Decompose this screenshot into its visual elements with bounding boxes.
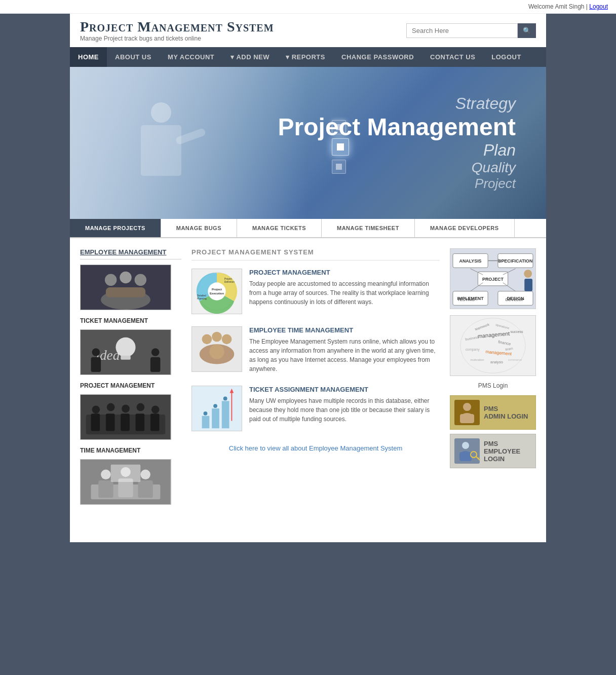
employee-login-box[interactable]: PMS EMPLOYEE LOGIN bbox=[450, 434, 536, 468]
svg-rect-34 bbox=[98, 480, 113, 498]
svg-point-99 bbox=[463, 403, 471, 411]
svg-text:Execution: Execution bbox=[210, 292, 224, 295]
svg-point-48 bbox=[202, 334, 212, 345]
admin-login-box[interactable]: PMS ADMIN LOGIN bbox=[450, 395, 536, 430]
tab-bar: MANAGE PROJECTS MANAGE BUGS MANAGE TICKE… bbox=[70, 219, 546, 238]
tab-manage-timesheet[interactable]: MANAGE TIMESHEET bbox=[322, 219, 415, 237]
globe-img: teamwork operations success business man… bbox=[450, 315, 536, 376]
search-button[interactable]: 🔍 bbox=[518, 23, 536, 38]
svg-rect-28 bbox=[150, 414, 160, 431]
nav-change-password[interactable]: CHANGE PASSWORD bbox=[333, 47, 422, 67]
sidebar-item-team bbox=[80, 265, 181, 310]
tab-manage-tickets[interactable]: MANAGE TICKETS bbox=[237, 219, 322, 237]
admin-line2: ADMIN LOGIN bbox=[484, 413, 528, 420]
main-content: EMPLOYEE MANAGEMENT bbox=[70, 238, 546, 542]
svg-text:Project: Project bbox=[224, 278, 233, 280]
sidebar-label-project: PROJECT MANAGEMENT bbox=[80, 382, 181, 389]
nav-logout[interactable]: LOGOUT bbox=[483, 47, 529, 67]
content-title-employee-time: EMPLOYEE TIME MANAGEMENT bbox=[249, 326, 440, 334]
nav-reports[interactable]: ▾ REPORTS bbox=[278, 47, 333, 67]
content-item-project: Project Execution Project Definition Det… bbox=[191, 269, 440, 314]
site-title: Project Management System bbox=[80, 19, 274, 35]
svg-point-6 bbox=[135, 274, 146, 286]
nav-home[interactable]: HOME bbox=[70, 47, 107, 67]
svg-rect-101 bbox=[460, 414, 474, 423]
svg-point-61 bbox=[223, 396, 227, 400]
site-header: Project Management System Manage Project… bbox=[70, 14, 546, 47]
svg-rect-83 bbox=[524, 279, 532, 291]
nav-about[interactable]: ABOUT US bbox=[107, 47, 160, 67]
left-sidebar: EMPLOYEE MANAGEMENT bbox=[80, 248, 181, 532]
top-bar: Welcome Amit Singh | Logout bbox=[0, 0, 616, 14]
hero-graphic bbox=[110, 92, 212, 194]
search-area: 🔍 bbox=[406, 23, 536, 38]
nav-contact[interactable]: CONTACT US bbox=[422, 47, 483, 67]
employee-login-icon bbox=[454, 438, 480, 464]
meeting-image bbox=[80, 394, 171, 440]
content-title-project: PROJECT MANAGEMENT bbox=[249, 269, 440, 276]
content-desc-employee-time: The Employee Management System runs onli… bbox=[249, 337, 440, 373]
svg-text:motivation: motivation bbox=[471, 358, 484, 361]
sidebar-label-ticket: TICKET MANAGEMENT bbox=[80, 317, 181, 324]
svg-text:Planning: Planning bbox=[197, 297, 207, 300]
svg-text:company: company bbox=[466, 348, 480, 352]
svg-rect-0 bbox=[151, 102, 171, 123]
time-image bbox=[80, 459, 171, 505]
nav-add-new[interactable]: ▾ ADD NEW bbox=[222, 47, 278, 67]
svg-point-31 bbox=[101, 470, 111, 480]
logo-area: Project Management System Manage Project… bbox=[80, 19, 274, 42]
ticket-img bbox=[191, 386, 242, 431]
tab-manage-bugs[interactable]: MANAGE BUGS bbox=[161, 219, 237, 237]
center-title: PROJECT MANAGEMENT SYSTEM bbox=[191, 248, 440, 260]
hero-text-project: Project bbox=[278, 176, 516, 192]
svg-point-21 bbox=[137, 403, 145, 411]
svg-rect-11 bbox=[121, 356, 131, 360]
svg-rect-24 bbox=[91, 414, 100, 431]
top-logout-link[interactable]: Logout bbox=[589, 3, 608, 10]
nav-my-account[interactable]: MY ACCOUNT bbox=[160, 47, 222, 67]
content-desc-project: Today people are accustomed to accessing… bbox=[249, 279, 440, 307]
svg-rect-16 bbox=[150, 357, 161, 372]
admin-line1: PMS bbox=[484, 405, 528, 413]
team-image bbox=[80, 265, 171, 310]
analysis-img: ANALYSIS SPECIFICATION IMPLEMENT DESIGN bbox=[450, 248, 536, 309]
svg-text:ANALYSIS: ANALYSIS bbox=[459, 258, 481, 264]
svg-point-82 bbox=[524, 270, 532, 278]
hero-text-project-mgmt: Project Management bbox=[278, 113, 516, 141]
svg-point-19 bbox=[107, 403, 115, 411]
svg-rect-36 bbox=[138, 480, 152, 498]
svg-text:Detailed: Detailed bbox=[197, 294, 206, 297]
svg-rect-84 bbox=[450, 316, 535, 376]
search-input[interactable] bbox=[406, 23, 518, 38]
svg-text:Definition: Definition bbox=[224, 281, 235, 283]
employee-mgmt-link[interactable]: Click here to view all about Employee Ma… bbox=[229, 444, 403, 452]
sidebar-item-idea: idea bbox=[80, 329, 181, 375]
svg-rect-56 bbox=[222, 401, 229, 428]
svg-point-4 bbox=[105, 274, 117, 286]
center-content: PROJECT MANAGEMENT SYSTEM bbox=[191, 248, 440, 532]
welcome-text: Welcome Amit Singh bbox=[528, 3, 585, 10]
tab-manage-developers[interactable]: MANAGE DEVELOPERS bbox=[415, 219, 515, 237]
svg-point-33 bbox=[140, 470, 150, 480]
tab-manage-projects[interactable]: MANAGE PROJECTS bbox=[70, 219, 161, 237]
svg-text:success: success bbox=[511, 330, 523, 333]
site-subtitle: Manage Project track bugs and tickets on… bbox=[80, 35, 274, 42]
svg-text:commerce: commerce bbox=[508, 358, 522, 361]
sidebar-item-meeting bbox=[80, 394, 181, 440]
hero-text: Strategy Project Management Plan Quality… bbox=[278, 94, 516, 192]
sidebar-label-time: TIME MANAGEMENT bbox=[80, 447, 181, 454]
svg-text:PROJECT: PROJECT bbox=[482, 277, 504, 282]
svg-rect-37 bbox=[111, 465, 141, 482]
svg-point-20 bbox=[122, 405, 130, 413]
svg-point-22 bbox=[151, 406, 160, 414]
hero-text-plan: Plan bbox=[278, 141, 516, 160]
employee-time-img bbox=[191, 326, 242, 372]
svg-rect-15 bbox=[91, 357, 101, 372]
svg-point-5 bbox=[120, 272, 131, 283]
svg-point-14 bbox=[151, 348, 160, 356]
svg-point-103 bbox=[462, 442, 469, 449]
main-nav: HOME ABOUT US MY ACCOUNT ▾ ADD NEW ▾ REP… bbox=[70, 47, 546, 67]
svg-text:analysis: analysis bbox=[490, 360, 503, 364]
content-text-project: PROJECT MANAGEMENT Today people are accu… bbox=[249, 269, 440, 314]
content-item-ticket: TICKET ASSIGNMENT MANAGEMENT Many UW emp… bbox=[191, 386, 440, 431]
